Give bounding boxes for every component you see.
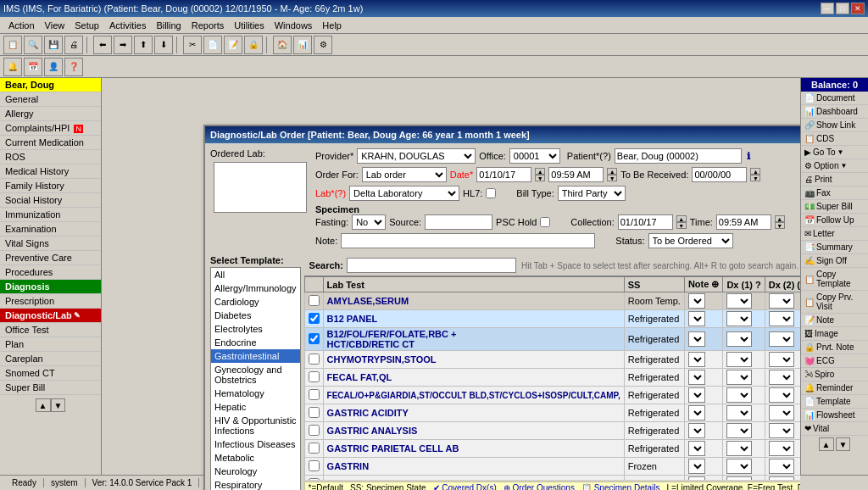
row-check-5[interactable] [304,369,323,387]
col-header-labtest[interactable]: Lab Test [323,277,624,292]
row-dx1-2[interactable] [723,310,765,328]
lab-select[interactable]: Delta Laboratory [349,186,459,201]
collection-time-spinner[interactable]: ▲ ▼ [775,215,785,229]
tb2-btn-4[interactable]: ❓ [64,58,83,76]
right-item-letter[interactable]: ✉ Letter [801,227,868,241]
sidebar-item-complaints[interactable]: Complaints/HPI N [0,121,101,136]
collection-spinner[interactable]: ▲ ▼ [676,215,687,229]
tb-btn-9[interactable]: ✂ [183,36,202,54]
right-item-fax[interactable]: 📠 Fax [801,187,868,200]
template-item-gastrointestinal[interactable]: Gastrointestinal [211,349,300,363]
template-item-neurology[interactable]: Neurology [211,465,300,478]
template-item-hiv[interactable]: HIV & Opportunistic Infections [211,414,300,437]
template-item-hematology[interactable]: Hematology [211,387,300,400]
right-item-image[interactable]: 🖼 Image [801,327,868,341]
row-check-9[interactable] [304,440,323,458]
row-note-2[interactable] [684,310,723,328]
sidebar-item-plan[interactable]: Plan [0,337,101,352]
tb-btn-1[interactable]: 📋 [3,36,22,54]
menu-utilities[interactable]: Utilities [229,19,269,32]
right-item-summary[interactable]: 📑 Summary [801,241,868,254]
row-dx1-3[interactable] [723,328,765,351]
template-item-cardiology[interactable]: Cardiology [211,295,300,309]
note-input[interactable] [341,233,595,248]
row-labtest-3[interactable]: B12/FOL/FER/FOLATE,RBC +HCT/CBD/RETIC CT [323,328,624,351]
row-labtest-9[interactable]: GASTRIC PARIETAL CELL AB [323,440,624,458]
tb-btn-6[interactable]: ➡ [114,36,132,54]
row-note-11[interactable] [684,476,723,481]
row-check-11[interactable] [304,476,323,481]
tb-btn-10[interactable]: 📄 [203,36,222,54]
right-item-flowsheet[interactable]: 📊 Flowsheet [801,409,868,422]
menu-billing[interactable]: Billing [151,19,186,32]
template-list[interactable]: All Allergy/Immunology Cardiology Diabet… [210,267,301,490]
right-item-prvtnote[interactable]: 🔒 Prvt. Note [801,341,868,354]
collection-time-input[interactable] [716,214,771,230]
search-input[interactable] [347,258,516,273]
template-item-electrolytes[interactable]: Electrolytes [211,322,300,336]
source-input[interactable] [425,214,492,230]
sidebar-item-allergy[interactable]: Allergy [0,107,101,121]
sidebar-item-super-bill[interactable]: Super Bill [0,381,101,395]
row-dx2-11[interactable] [765,476,800,481]
time-spinner[interactable]: ▲ ▼ [607,168,617,181]
right-item-note[interactable]: 📝 Note [801,314,868,327]
right-item-spiro[interactable]: 🌬 Spiro [801,368,868,381]
row-note-8[interactable] [684,422,723,440]
app-close-btn[interactable]: ✕ [851,3,865,14]
menu-windows[interactable]: Windows [270,19,318,32]
tb-btn-14[interactable]: 📊 [293,36,312,54]
sidebar-item-family-history[interactable]: Family History [0,179,101,193]
row-labtest-11[interactable]: H.PYLORI (IgG,IgA,IgM) [323,476,624,481]
sidebar-item-medical-history[interactable]: Medical History [0,164,101,179]
tb-btn-8[interactable]: ⬇ [154,36,173,54]
col-header-note[interactable]: Note ⊕ [684,277,723,292]
tb-btn-4[interactable]: 🖨 [64,36,83,54]
row-dx1-1[interactable] [723,292,765,310]
row-note-7[interactable] [684,404,723,422]
sidebar-item-vital-signs[interactable]: Vital Signs [0,237,101,251]
sidebar-scroll-up[interactable]: ▲ [36,398,51,412]
row-dx1-7[interactable] [723,404,765,422]
status-select[interactable]: To be Ordered [648,233,733,248]
row-note-6[interactable] [684,387,723,404]
right-item-signoff[interactable]: ✍ Sign Off [801,254,868,268]
hl7-checkbox[interactable] [486,188,496,198]
maximize-btn[interactable]: □ [836,3,849,14]
row-check-6[interactable] [304,387,323,404]
right-item-copyprev[interactable]: 📋 Copy Prv. Visit [801,291,868,314]
right-item-superbill[interactable]: 💵 Super Bill [801,200,868,214]
template-item-infectious[interactable]: Infectious Diseases [211,437,300,451]
sidebar-item-procedures[interactable]: Procedures [0,265,101,280]
row-dx2-8[interactable] [765,422,800,440]
row-labtest-8[interactable]: GASTRIC ANALYSIS [323,422,624,440]
template-item-endocrine[interactable]: Endocrine [211,336,300,349]
right-item-showlink[interactable]: 🔗 Show Link [801,119,868,132]
col-header-ss[interactable]: SS [624,277,684,292]
row-dx2-9[interactable] [765,440,800,458]
row-note-5[interactable] [684,369,723,387]
legend-specimen-d[interactable]: 📋 Specimen Details [581,483,660,490]
sidebar-item-snomed[interactable]: Snomed CT [0,366,101,381]
sidebar-item-general[interactable]: General [0,92,101,107]
sidebar-item-careplan[interactable]: Careplan [0,352,101,366]
row-labtest-1[interactable]: AMYLASE,SERUM [323,292,624,310]
row-dx1-4[interactable] [723,351,765,369]
row-note-9[interactable] [684,440,723,458]
time-input[interactable] [548,167,604,182]
psc-hold-checkbox[interactable] [540,217,550,227]
sidebar-scroll-down[interactable]: ▼ [51,398,66,412]
row-dx1-5[interactable] [723,369,765,387]
tb2-btn-2[interactable]: 📅 [24,58,42,76]
fasting-select[interactable]: No [352,214,386,230]
date-input[interactable] [476,167,531,182]
template-item-hepatic[interactable]: Hepatic [211,400,300,414]
legend-order-q[interactable]: ⊕ Order Questions [504,483,575,490]
row-dx2-3[interactable] [765,328,800,351]
right-item-ecg[interactable]: 💓 ECG [801,354,868,368]
template-item-allergy[interactable]: Allergy/Immunology [211,281,300,295]
sidebar-item-examination[interactable]: Examination [0,222,101,237]
row-dx1-10[interactable] [723,458,765,476]
row-dx1-11[interactable] [723,476,765,481]
row-dx1-9[interactable] [723,440,765,458]
